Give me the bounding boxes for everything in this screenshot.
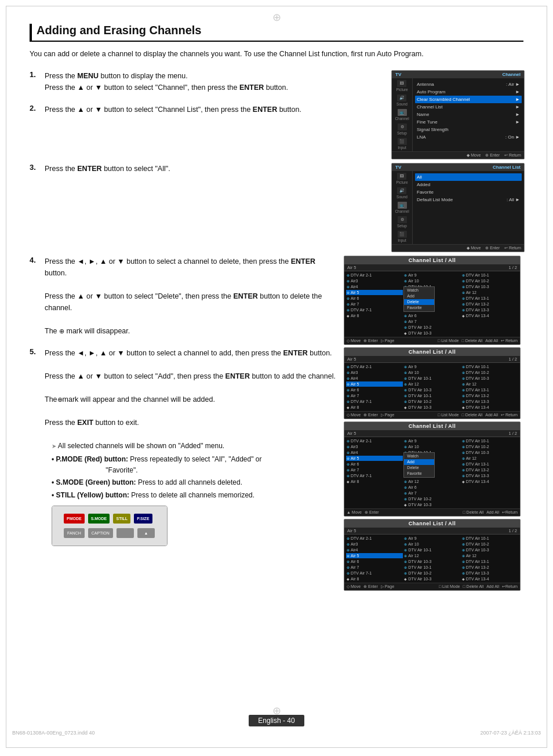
cl1-footer-left: ◇ Move ⊕ Enter ▷ Page [347, 339, 394, 343]
cl4-r1-6: ⊕Air 7 [346, 565, 403, 570]
cl4-footer-deleteall: □ Delete All [463, 584, 483, 589]
tv-p2-nav-input-label: Input [398, 238, 406, 242]
cl1-footer-page: ▷ Page [381, 339, 394, 343]
tv-p1-title-left: TV [395, 72, 401, 77]
cl3-header: Channel List / All [344, 422, 520, 430]
remote-btn-caption: CAPTION [88, 528, 113, 538]
ctx-delete: Delete [404, 299, 434, 305]
tv-p2-body: 🖼 Picture 🔊 Sound 📺 Channel ⚙ [392, 171, 524, 244]
tv-menu-autoprog: Auto Program ► [415, 88, 522, 96]
cl1-item-3-8: DTV Air 13-4 [466, 314, 489, 318]
cl4-r2-8: ◆DTV Air 10-3 [403, 576, 460, 581]
tv-menu-autoprog-arrow: ► [515, 89, 520, 94]
remote-btn-psize: P.SIZE [134, 514, 152, 524]
cl4-footer-addall: Add All [486, 584, 499, 589]
cl1-item-3-4: Air 12 [466, 290, 476, 295]
cl2-r3-5: ⊕DTV Air 13-1 [461, 387, 518, 392]
tv-p2-footer-move: ◆ Move [467, 246, 481, 250]
channel-icon: 📺 [398, 109, 407, 116]
tv-menu-signal-label: Signal Strength [417, 127, 449, 132]
cl3-r2-1: ⊕Air 9 [403, 438, 460, 444]
cl4-footer-move: ◇ Move [347, 584, 361, 589]
tv-p2-all-label: All [417, 175, 422, 180]
cl2-page: 1 / 2 [508, 357, 517, 362]
cl4-r2-7: ⊕DTV Air 10-2 [403, 570, 460, 576]
step-3-content: Press the ENTER button to select "All". [45, 163, 384, 175]
tv-menu-clear-arrow: ► [515, 97, 520, 102]
cl3-footer-return: ↩Return [502, 510, 518, 515]
cl3-r3-2: ⊕DTV Air 10-2 [461, 444, 518, 449]
cl3-footer: ▲ Move ⊕ Enter □ Delete All Add All ↩Ret… [344, 508, 520, 516]
cl3-r3-5: ⊕DTV Air 13-1 [461, 461, 518, 467]
tv-nav-input-label: Input [398, 146, 406, 150]
cl3-r3-6: ⊕DTV Air 13-2 [461, 467, 518, 472]
cl3-r3-4: ⊕Air 12 [461, 456, 518, 461]
cl4-air: Air 5 [347, 528, 356, 533]
cl4-col3: ⊕DTV Air 10-1 ⊕DTV Air 10-2 ⊕DTV Air 10-… [461, 536, 518, 581]
cl1-row-1-4-hl: ⊕Air 5 [346, 290, 403, 295]
cl1-item-1-2: Air3 [351, 279, 358, 283]
cl2-body: ⊕DTV Air 2-1 ⊕Air3 ⊕Air4 ⊕Air 5 ⊕Air 6 ⊕… [344, 363, 520, 411]
step-5-number: 5. [30, 347, 42, 551]
cl3-r1-7: ⊕DTV Air 7-1 [346, 473, 403, 478]
page-footer: English - 40 BN68-01308A-00Eng_0723.indd… [6, 715, 547, 736]
tv-p2-footer-enter: ⊕ Enter [485, 246, 500, 250]
step-5-content: Press the ◄, ►, ▲ or ▼ button to select … [45, 347, 338, 551]
p2-sound-icon: 🔊 [397, 187, 406, 194]
cl2-r1-2: ⊕Air3 [346, 370, 403, 375]
p2-channel-icon: 📺 [398, 202, 407, 209]
cl3-col1: ⊕DTV Air 2-1 ⊕Air3 ⊕Air4 ⊕Air 5 ⊕Air 6 ⊕… [346, 438, 403, 507]
cl1-page: 1 / 2 [508, 265, 517, 270]
cl3-subheader: Air 5 1 / 2 [344, 430, 520, 437]
cl2-footer-page: ▷ Page [381, 413, 394, 417]
step-4-content: Press the ◄, ►, ▲ or ▼ button to select … [45, 256, 338, 337]
step-2: 2. Press the ▲ or ▼ button to select "Ch… [30, 104, 384, 115]
cl1-row-3-7: ⊕DTV Air 13-3 [461, 307, 518, 312]
tv-nav-setup-label: Setup [397, 131, 407, 135]
sound-icon: 🔊 [397, 94, 406, 101]
ctx3-delete: Delete [404, 465, 434, 471]
cl2-r3-1: ⊕DTV Air 10-1 [461, 364, 518, 369]
remote-btn-still: STILL [113, 514, 130, 524]
tv-panel-1: TV Channel 🖼 Picture 🔊 Sound [391, 70, 525, 159]
tv-menu-lna-value: : On ► [505, 135, 520, 140]
tv-menu-name: Name ► [415, 111, 522, 118]
cl2-air: Air 5 [347, 357, 356, 362]
step-1: 1. Press the MENU button to display the … [30, 70, 384, 93]
cl3-footer-move: ▲ Move [347, 510, 362, 515]
cl2-r2-7: ⊕DTV Air 10-2 [403, 399, 460, 404]
tv-p1-nav-channel: 📺 Channel [395, 109, 409, 121]
cl1-col3: ⊕DTV Air 10-1 ⊕DTV Air 10-2 ⊕DTV Air 10-… [461, 272, 518, 336]
tv-p2-menu-all: All [415, 173, 522, 181]
tv-p2-default-value: : All ► [507, 197, 520, 202]
cl1-row-2-6: ⊕DTV Air 10-2 [403, 325, 460, 330]
cl4-r1-4-hl: ⊕Air 5 [346, 553, 403, 558]
cl2-footer-return: ↩ Return [501, 413, 518, 417]
step-3-wrapper: 3. Press the ENTER button to select "All… [30, 163, 384, 252]
cl4-col2: ⊕Air 9 ⊕Air 10 ⊕DTV Air 10-1 ⊕Air 12 ⊕DT… [403, 536, 460, 581]
cl4-footer-enter: ⊕ Enter [363, 584, 378, 589]
tv-p2-title-left: TV [395, 165, 401, 170]
cl2-footer: ◇ Move ⊕ Enter ▷ Page □ List Mode □ Dele… [344, 411, 520, 419]
tv-menu-finetune: Fine Tune ► [415, 118, 522, 126]
remote-row-1: PMODE S.MODE STILL P.SIZE [56, 509, 163, 528]
tv-p2-nav-picture-label: Picture [396, 180, 408, 184]
cl4-r1-7: ⊕DTV Air 7-1 [346, 570, 403, 576]
cl2-subheader: Air 5 1 / 2 [344, 356, 520, 363]
tv-p1-nav-input: ⬛ Input [398, 138, 407, 150]
cl-panel-1: Channel List / All Air 5 1 / 2 ⊕DTV Air … [344, 256, 521, 345]
step-4-number: 4. [30, 256, 42, 337]
cl1-item-2-7: DTV Air 10-3 [408, 331, 431, 335]
tv-p2-nav-channel: 📺 Channel [395, 202, 409, 213]
cl4-r1-5: ⊕Air 6 [346, 559, 403, 564]
footer-doc-date: 2007-07-23 ¿ÀÊÀ 2:13:03 [480, 730, 541, 736]
context-menu-1: Watch Add Delete Favorite [403, 286, 435, 312]
tv-menu-lna-label: LNA [417, 135, 426, 140]
cl4-r3-5: ⊕DTV Air 13-1 [461, 559, 518, 564]
page-title: Adding and Erasing Channels [30, 24, 523, 42]
cl1-row-1-8: ◆Air 8 [346, 313, 403, 318]
step-4: 4. Press the ◄, ►, ▲ or ▼ button to sele… [30, 256, 338, 337]
step-1-number: 1. [30, 70, 42, 93]
cl3-footer-right: □ Delete All Add All ↩Return [463, 510, 518, 515]
tv-menu-channellist-arrow: ► [515, 104, 520, 110]
